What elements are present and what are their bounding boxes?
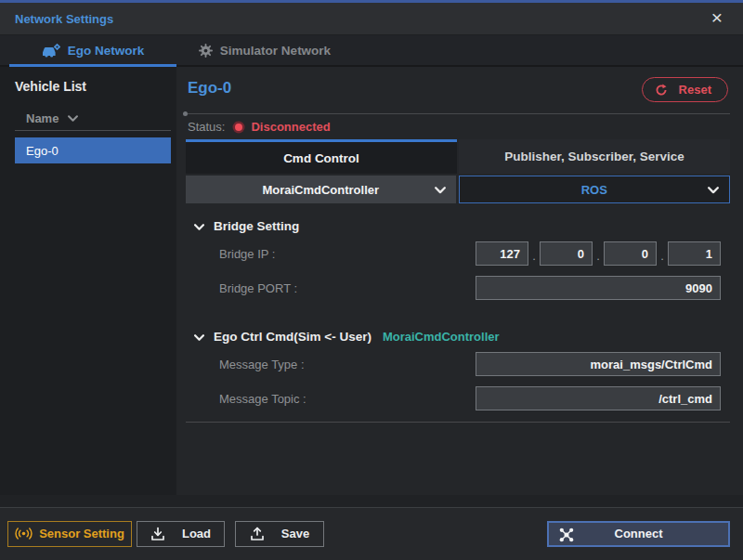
separator [186,422,730,423]
dialog-title: Network Settings [15,12,113,26]
controller-select[interactable]: MoraiCmdController [186,176,456,203]
sensor-setting-button[interactable]: Sensor Setting [7,521,132,547]
status-dot-icon [235,124,242,131]
tab-ego-network-label: Ego Network [68,44,145,58]
bridge-ip-octet-2[interactable] [540,241,593,266]
dropdown-row: MoraiCmdController ROS [186,176,730,203]
tab-cmd-control[interactable]: Cmd Control [186,139,457,174]
status-row: Status: Disconnected [186,114,730,139]
bridge-ip-octet-4[interactable] [668,241,721,266]
chevron-down-icon [68,115,78,122]
protocol-select-value: ROS [581,183,607,197]
car-gear-icon [42,44,60,58]
chevron-down-icon [435,187,446,194]
controller-badge: MoraiCmdController [383,330,500,344]
ego-ctrl-cmd-section-header[interactable]: Ego Ctrl Cmd(Sim <- User) MoraiCmdContro… [186,330,730,344]
bridge-ip-octet-3[interactable] [604,241,657,266]
bridge-port-label: Bridge PORT : [219,281,297,295]
bridge-ip-inputs: . . . [476,241,721,266]
status-label: Status: [188,120,225,134]
tab-simulator-network-label: Simulator Network [220,44,331,58]
bridge-ip-row: Bridge IP : . . . [186,240,730,267]
bridge-setting-section-header[interactable]: Bridge Setting [186,219,730,233]
vehicle-row-ego-0[interactable]: Ego-0 [15,137,171,163]
connect-network-icon [558,527,575,543]
vehicle-list-panel: Vehicle List Name Ego-0 [0,67,176,495]
bridge-ip-octet-1[interactable] [476,241,528,266]
ego-detail-panel: Ego-0 Reset Status: Disconnected [176,67,743,495]
title-bar: Network Settings × [0,3,743,35]
message-type-row: Message Type : [186,350,730,378]
connect-button[interactable]: Connect [547,521,730,547]
sensor-broadcast-icon [15,527,33,540]
message-type-input[interactable] [476,352,721,376]
bridge-port-row: Bridge PORT : [186,274,730,302]
name-header-label: Name [26,111,59,125]
ego-ctrl-cmd-title: Ego Ctrl Cmd(Sim <- User) [214,330,372,344]
bridge-ip-label: Bridge IP : [219,247,275,261]
protocol-select[interactable]: ROS [459,176,731,203]
ip-separator: . [657,249,668,266]
reset-icon [655,84,668,97]
collapse-chevron-icon [194,224,204,230]
status-value: Disconnected [251,120,330,134]
bridge-port-input[interactable] [476,276,721,300]
tab-simulator-network[interactable]: Simulator Network [176,35,353,65]
reset-button[interactable]: Reset [642,77,728,102]
upload-icon [250,527,265,541]
message-topic-row: Message Topic : [186,384,730,412]
control-tabs: Cmd Control Publisher, Subscriber, Servi… [186,139,730,174]
network-tabs: Ego Network Simulator Network [0,35,743,67]
collapse-chevron-icon [194,334,204,341]
network-settings-dialog: Network Settings × Ego Network [0,0,743,560]
vehicle-list-name-header[interactable]: Name [15,107,171,131]
tab-cmd-control-label: Cmd Control [283,151,359,165]
controller-select-value: MoraiCmdController [262,183,379,197]
save-button[interactable]: Save [235,521,324,547]
footer-bar: Sensor Setting Load Save [0,495,743,560]
ip-separator: . [593,249,604,266]
message-type-label: Message Type : [219,358,305,371]
tab-ego-network[interactable]: Ego Network [9,35,176,65]
connect-label: Connect [615,527,663,540]
vehicle-list: Name Ego-0 [15,107,171,163]
tab-pss-label: Publisher, Subscriber, Service [504,150,684,163]
scroll-dot [183,111,188,116]
load-button[interactable]: Load [137,521,225,547]
download-icon [150,527,165,541]
ip-separator: . [528,249,540,266]
tab-publisher-subscriber-service[interactable]: Publisher, Subscriber, Service [459,139,730,174]
page-title: Ego-0 [188,79,231,98]
separator [186,113,730,114]
close-icon[interactable]: × [704,5,730,31]
sensor-setting-label: Sensor Setting [39,527,124,540]
save-label: Save [281,527,309,540]
message-topic-label: Message Topic : [219,392,306,406]
message-topic-input[interactable] [476,386,721,410]
reset-label: Reset [679,83,711,97]
vehicle-list-title: Vehicle List [15,79,176,94]
vehicle-name: Ego-0 [26,144,59,158]
panel-header: Ego-0 Reset [186,67,730,113]
chevron-down-icon [708,187,719,194]
load-label: Load [182,527,211,540]
bridge-setting-title: Bridge Setting [214,219,299,233]
gear-icon [199,44,213,58]
